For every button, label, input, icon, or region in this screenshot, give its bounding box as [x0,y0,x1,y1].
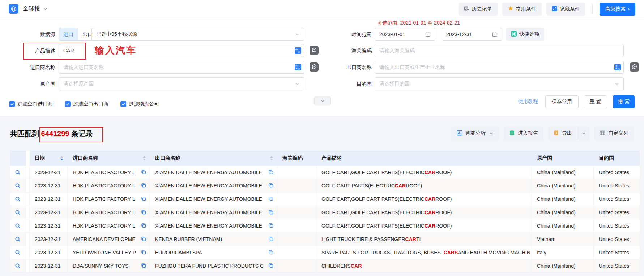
filter-checkbox-2[interactable]: 过滤物流公司 [120,101,159,107]
exporter-cell: FUZHOU TERA FUND PLASTIC PRODUCTS C [150,259,277,272]
results-prefix: 共匹配到 [10,130,39,138]
copy-icon[interactable] [139,250,146,256]
sort-date[interactable] [60,156,64,160]
search-button[interactable]: 搜 索 [613,95,635,108]
advanced-search-button[interactable]: 高级搜索 › [600,3,635,16]
product-desc-cell: CHILDRENS CAR [316,259,532,272]
row-search-icon[interactable] [15,183,21,189]
quick-options-button[interactable]: 快捷选项 [506,28,544,41]
hide-conditions-label: 隐藏条件 [560,6,580,12]
importer-name: YELLOWSTONE VALLEY P [73,250,136,255]
translate-icon[interactable]: 中A [295,64,301,72]
sort-exporter[interactable] [270,156,274,160]
origin-country-cell: Italy [532,246,594,259]
hide-conditions-button[interactable]: 隐藏条件 [546,3,585,16]
enter-report-button[interactable]: 进入报告 [504,127,543,140]
translate-icon[interactable]: 中A [295,47,301,55]
copy-icon[interactable] [266,263,273,269]
start-date-input[interactable]: 2023-01-01 [375,28,435,41]
reset-button[interactable]: 重 置 [584,95,607,108]
filter-checkbox-group: 过滤空白进口商过滤空白出口商过滤物流公司 [9,100,159,108]
copy-icon[interactable] [266,183,273,189]
exporter-input[interactable] [375,61,624,74]
copy-icon[interactable] [266,250,273,256]
header-origin-country: 原产国 [532,151,594,166]
start-date-value: 2023-01-01 [379,31,405,37]
product-desc-cell: GOLF CART,GOLF CART PARTS(ELECTRIC CAR R… [316,206,532,219]
exclude-filter-icon[interactable] [310,62,319,73]
row-gap [26,166,30,179]
row-search-icon[interactable] [15,250,21,256]
checkbox-checked-icon[interactable] [65,101,71,107]
favorite-conditions-button[interactable]: 常用条件 [502,3,542,16]
copy-icon[interactable] [139,183,146,189]
exporter-name: XIAMEN DALLE NEW ENERGY AUTOMOBILE [155,210,262,215]
row-search-icon[interactable] [15,210,21,216]
copy-icon[interactable] [266,169,273,176]
checkbox-checked-icon[interactable] [120,101,126,107]
exclude-filter-icon[interactable] [310,46,319,56]
tutorial-link[interactable]: 使用教程 [518,98,538,105]
importer-cell: HDK PLASTIC FACTORY L [68,206,150,219]
copy-icon[interactable] [139,169,146,176]
row-search-icon[interactable] [15,236,21,242]
origin-country-select[interactable]: 请选择原产国 [59,77,304,90]
copy-icon[interactable] [266,223,273,229]
row-search-icon[interactable] [15,196,21,202]
collapse-form-button[interactable] [314,96,331,105]
copy-icon[interactable] [139,196,146,202]
origin-country-cell: China (Mainland) [532,206,594,219]
custom-columns-button[interactable]: 自定义列 [594,127,634,140]
smart-analysis-button[interactable]: 智能分析 [451,127,499,140]
topbar: 全球搜 历史记录 常用条件 隐藏条件 高级搜索 › [0,0,644,18]
destination-country-cell: United States [594,259,640,272]
history-button[interactable]: 历史记录 [459,3,498,16]
customs-code-cell [277,166,316,179]
destination-country-cell: United States [594,179,640,192]
copy-icon[interactable] [266,196,273,202]
row-search-icon[interactable] [15,223,21,229]
copy-icon[interactable] [139,223,146,229]
data-source-label: 数据源 [0,28,55,41]
product-text: GOLF CART,GOLF CART PARTS(ELECTRIC [321,169,425,175]
filter-checkbox-1[interactable]: 过滤空白出口商 [65,101,108,107]
copy-icon[interactable] [139,210,146,216]
customs-code-input[interactable] [375,44,624,57]
importer-label: 进口商名称 [0,61,55,74]
importer-cell: AMERICANA DEVELOPME [68,233,150,246]
product-text: TI [416,236,421,242]
importer-input[interactable] [59,61,304,74]
export-button[interactable]: 导出 [548,127,577,140]
product-text: ROOF) [435,223,452,229]
exclude-filter-icon[interactable] [630,62,639,73]
sort-importer[interactable] [143,156,146,160]
copy-icon[interactable] [139,236,146,242]
search-form: 可选范围: 2021-01-01 至 2024-02-21 数据源 进口 出口 … [0,18,644,116]
copy-icon[interactable] [266,236,273,242]
importer-name: HDK PLASTIC FACTORY L [73,223,135,229]
end-date-input[interactable]: 2023-12-31 [442,28,502,41]
origin-country-cell: China (Mainland) [532,166,594,179]
app-switcher-chevron-down-icon[interactable] [43,7,48,11]
filter-checkbox-0[interactable]: 过滤空白进口商 [9,101,53,107]
row-search-icon[interactable] [15,169,21,176]
product-desc-label: 产品描述 [0,44,55,57]
app-title: 全球搜 [23,5,40,13]
checkbox-checked-icon[interactable] [9,101,15,107]
save-common-button[interactable]: 保存常用 [545,95,579,108]
table-header-row: 日期 进口商名称 出口商名称 海关编码 产品描述 [10,151,640,166]
copy-icon[interactable] [139,263,146,269]
columns-icon [600,130,605,137]
header-product-desc: 产品描述 [316,151,532,166]
product-text: AND EARTH MOVING MACHIN [458,250,530,255]
importer-name: DBA/SUNNY SKY TOYS [73,263,129,269]
customs-code-cell [277,219,316,232]
export-options-chevron[interactable] [577,127,589,140]
copy-icon[interactable] [266,210,273,216]
svg-text:中: 中 [295,65,298,68]
translate-icon[interactable]: 中A [614,64,621,72]
data-source-select[interactable]: 已选中95个数据源 [91,28,304,41]
destination-country-select[interactable]: 请选择目的国 [375,77,624,90]
import-toggle[interactable]: 进口 [59,28,78,40]
row-search-icon[interactable] [15,263,21,269]
